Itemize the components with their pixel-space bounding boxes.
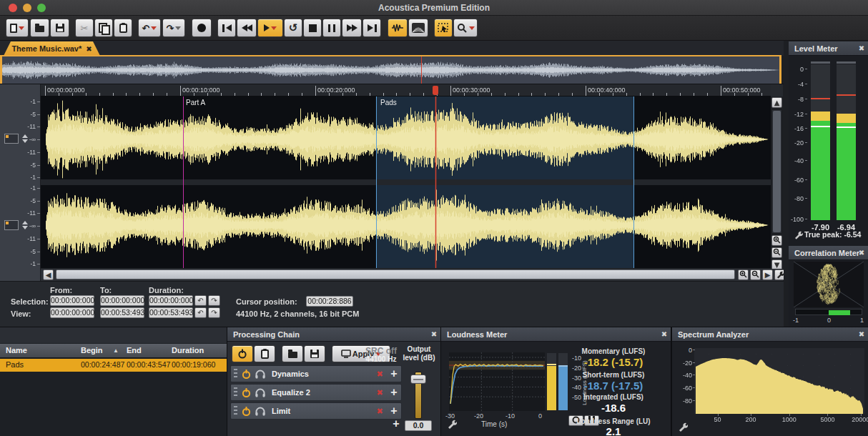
headphones-icon[interactable]	[255, 406, 266, 416]
insert-effect-icon[interactable]: +	[387, 386, 401, 399]
drag-handle-icon[interactable]	[234, 406, 237, 416]
playhead-handle[interactable]	[433, 86, 438, 95]
output-level-value-field[interactable]: 0.0	[405, 420, 432, 431]
column-name[interactable]: Name	[6, 346, 27, 355]
view-redo-button[interactable]: ↷	[208, 307, 220, 318]
rewind-button[interactable]	[237, 19, 257, 37]
chain-open-button[interactable]	[282, 345, 303, 362]
selection-undo-button[interactable]: ↶	[194, 295, 207, 306]
remove-effect-icon[interactable]: ✖	[373, 370, 387, 379]
column-duration[interactable]: Duration	[172, 346, 204, 355]
document-tab[interactable]: Theme Music.wav* ✖	[4, 41, 100, 56]
timeline-ruler[interactable]	[41, 84, 771, 96]
column-end[interactable]: End	[127, 346, 142, 355]
selection-from-field[interactable]: 00:00:00:000	[50, 295, 94, 306]
chain-enable-button[interactable]	[232, 345, 253, 362]
selection-redo-button[interactable]: ↷	[208, 295, 220, 306]
cut-button[interactable]: ✂	[75, 19, 94, 37]
view-duration-field[interactable]: 00:00:53:493	[149, 307, 193, 318]
vertical-scrollbar-track[interactable]	[771, 109, 782, 234]
paste-button[interactable]	[114, 19, 132, 37]
view-undo-button[interactable]: ↶	[194, 307, 207, 318]
region-table-row[interactable]: Pads 00:00:24:487 00:00:43:547 00:00:19:…	[0, 359, 227, 372]
record-button[interactable]	[192, 19, 212, 37]
copy-button[interactable]	[94, 19, 113, 37]
chain-item-limit[interactable]: Limit✖+	[230, 402, 402, 420]
insert-effect-icon[interactable]: +	[387, 405, 401, 417]
power-icon[interactable]	[241, 387, 252, 398]
channel2-select-control[interactable]	[4, 220, 19, 230]
region-label-pads[interactable]: Pads	[380, 99, 397, 106]
remove-effect-icon[interactable]: ✖	[373, 388, 387, 397]
insert-effect-icon[interactable]: +	[387, 367, 401, 380]
drag-handle-icon[interactable]	[234, 369, 237, 379]
overview-left-bracket[interactable]	[0, 56, 2, 84]
level-bar-left-green	[811, 121, 830, 220]
scroll-left-button[interactable]: ◀	[43, 269, 54, 280]
overview-right-bracket[interactable]	[779, 56, 781, 84]
document-tab-close-icon[interactable]: ✖	[86, 45, 92, 53]
horizontal-scrollbar[interactable]: ◀ ▶	[41, 269, 783, 281]
cursor-position-field[interactable]: 00:00:28:886	[306, 296, 353, 307]
waveform-editor[interactable]	[41, 96, 771, 268]
marker-label-part-a[interactable]: Part A	[186, 99, 205, 106]
drag-handle-icon[interactable]	[234, 387, 237, 397]
play-caret-icon	[271, 26, 277, 30]
zoom-out-button[interactable]	[750, 269, 761, 280]
level-meter-settings-icon[interactable]	[794, 230, 803, 239]
selection-tool-button[interactable]	[434, 19, 453, 37]
spectrum-settings-icon[interactable]	[678, 422, 688, 432]
waveform-view-button[interactable]	[388, 19, 408, 37]
remove-effect-icon[interactable]: ✖	[373, 407, 387, 416]
output-level-slider-thumb[interactable]	[410, 375, 426, 384]
correlation-meter-close-icon[interactable]: ✖	[855, 246, 868, 260]
horizontal-scrollbar-thumb[interactable]	[56, 269, 735, 279]
selection-to-field[interactable]: 00:00:00:000	[100, 295, 144, 306]
pause-button[interactable]	[322, 19, 341, 37]
loudness-settings-icon[interactable]	[447, 419, 457, 429]
view-to-field[interactable]: 00:00:53:493	[100, 307, 144, 318]
vertical-zoom-in-button[interactable]	[771, 235, 782, 246]
play-button[interactable]	[257, 19, 283, 37]
vertical-scrollbar-thumb[interactable]	[773, 111, 781, 232]
new-file-button[interactable]	[6, 19, 29, 37]
loop-playback-button[interactable]: ↺	[284, 19, 302, 37]
overview-waveform[interactable]	[0, 56, 781, 84]
level-bar-right-rms-line	[837, 127, 856, 128]
headphones-icon[interactable]	[255, 369, 266, 379]
column-begin[interactable]: Begin	[81, 346, 103, 355]
level-meter-close-icon[interactable]: ✖	[855, 41, 868, 56]
loudness-meter-close-icon[interactable]: ✖	[658, 327, 671, 342]
scroll-up-button[interactable]: ▲	[771, 97, 782, 108]
vertical-zoom-out-button[interactable]	[771, 247, 782, 258]
right-splitter[interactable]	[784, 41, 789, 327]
chain-item-dynamics[interactable]: Dynamics✖+	[230, 365, 402, 382]
level-bar-cap	[837, 61, 856, 64]
chain-copy-button[interactable]	[254, 345, 275, 362]
fast-forward-button[interactable]	[342, 19, 362, 37]
power-icon[interactable]	[241, 406, 252, 417]
spectrum-analyzer-close-icon[interactable]: ✖	[855, 327, 868, 342]
processing-chain-close-icon[interactable]: ✖	[428, 327, 440, 342]
power-icon[interactable]	[241, 369, 252, 380]
zoom-in-button[interactable]	[738, 269, 749, 280]
undo-button[interactable]: ↶	[138, 19, 161, 37]
spectrum-view-button[interactable]	[408, 19, 428, 37]
save-file-button[interactable]	[50, 19, 69, 37]
go-to-start-button[interactable]	[217, 19, 236, 37]
redo-button[interactable]: ↷	[162, 19, 185, 37]
stop-button[interactable]	[303, 19, 322, 37]
go-end-tri-icon	[368, 24, 373, 31]
headphones-icon[interactable]	[255, 387, 266, 397]
chain-item-equalize-2[interactable]: Equalize 2✖+	[230, 384, 402, 401]
channel1-select-control[interactable]	[4, 134, 19, 144]
correlation-bar-value	[829, 310, 850, 315]
selection-duration-field[interactable]: 00:00:00:000	[149, 295, 193, 306]
zoom-tool-button[interactable]	[453, 19, 478, 37]
chain-save-button[interactable]	[304, 345, 325, 362]
open-file-button[interactable]	[30, 19, 49, 37]
go-to-end-button[interactable]	[363, 19, 381, 37]
scroll-right-button[interactable]: ▶	[762, 269, 773, 280]
spec-xtick-20000: 20000	[851, 416, 868, 423]
view-from-field[interactable]: 00:00:00:000	[50, 307, 94, 318]
